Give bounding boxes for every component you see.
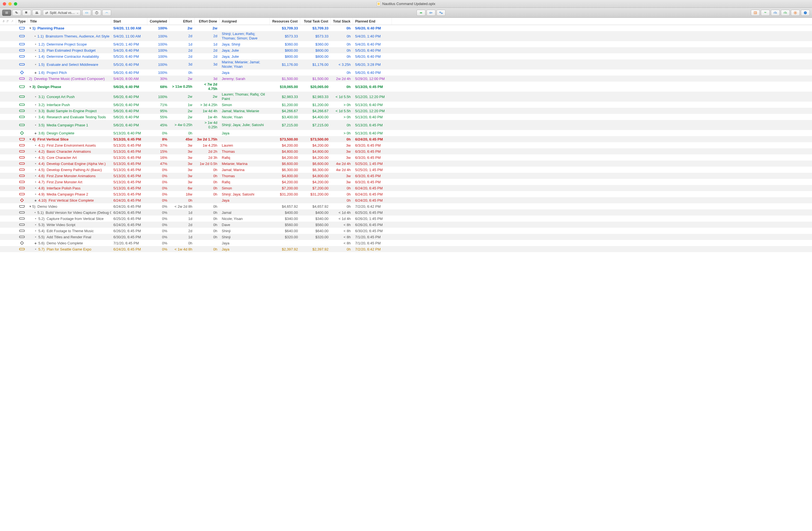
assigned-cell[interactable]: Jamal; Marina [219,168,270,172]
link-button[interactable] [102,10,111,16]
resources-cost-cell[interactable]: $3,400.00 [270,115,300,119]
resources-cost-cell[interactable]: $1,200.00 [270,103,300,107]
gutter-header[interactable] [0,18,16,25]
effort-cell[interactable]: 1d [170,235,194,239]
task-cost-cell[interactable]: $7,215.00 [300,123,331,127]
task-row[interactable]: •5.5) Add Titles and Render Final 6/30/2… [0,234,812,240]
task-row[interactable]: •5.4) Edit Footage to Theme Music 6/26/2… [0,228,812,234]
col-total-task-cost[interactable]: Total Task Cost [300,18,331,25]
task-cost-cell[interactable]: $1,176.00 [300,62,331,67]
slack-cell[interactable]: 0h [331,123,353,127]
effort-cell[interactable]: 2w [170,26,194,30]
effort-done-cell[interactable]: 2w [194,26,219,30]
effort-done-cell[interactable]: 2d [194,34,219,38]
catch-up-button[interactable] [417,10,425,16]
completed-cell[interactable]: 0% [147,241,170,245]
assigned-cell[interactable]: Jaya; Julie [219,55,270,59]
resources-cost-cell[interactable]: $573.33 [270,34,300,38]
effort-done-cell[interactable]: 3w 2d 1.75h [194,137,219,141]
view-list-button[interactable] [2,10,11,16]
effort-done-cell[interactable]: 0h [194,223,219,227]
planned-end-cell[interactable]: 5/6/20, 3:28 PM [353,62,392,67]
planned-end-cell[interactable]: 7/2/20, 6:42 PM [353,204,392,209]
task-row[interactable]: ◆4.10) First Vertical Slice Complete 6/2… [0,197,812,203]
task-row[interactable]: •4.8) Interface Polish Pass 5/13/20, 6:4… [0,185,812,191]
effort-done-cell[interactable]: 2w [194,94,219,99]
title-cell[interactable]: ◆3.6) Design Complete [28,131,111,135]
effort-done-cell[interactable]: 0h [194,168,219,172]
start-cell[interactable]: 5/6/20, 6:40 PM [111,109,147,113]
task-cost-cell[interactable]: $640.00 [300,229,331,233]
planned-end-cell[interactable]: 5/4/20, 1:40 PM [353,34,392,38]
title-cell[interactable]: •1.2) Determine Project Scope [28,42,111,46]
view-gantt-button[interactable] [12,10,21,16]
planned-end-cell[interactable]: 6/24/20, 6:45 PM [353,137,392,141]
resources-cost-cell[interactable]: $360.00 [270,42,300,46]
assigned-cell[interactable]: Jaya [219,241,270,245]
slack-cell[interactable]: 3w [331,156,353,160]
assigned-cell[interactable]: Simon [219,186,270,190]
col-assigned[interactable]: Assigned [219,18,270,25]
task-row[interactable]: •1.4) Determine Contractor Availability … [0,53,812,59]
start-cell[interactable]: 5/5/20, 6:40 PM [111,62,147,67]
planned-end-cell[interactable]: 6/24/20, 6:45 PM [353,192,392,196]
resources-cost-cell[interactable]: $6,300.00 [270,168,300,172]
title-cell[interactable]: •4.1) First Zone Environment Assets [28,143,111,147]
planned-end-cell[interactable]: 6/24/20, 6:45 PM [353,186,392,190]
view-people-button[interactable] [32,10,41,16]
effort-cell[interactable]: 3w [170,180,194,184]
task-row[interactable]: •4.2) Basic Character Animations 5/13/20… [0,148,812,154]
start-cell[interactable]: 5/13/20, 6:45 PM [111,137,147,141]
start-cell[interactable]: 5/4/20, 6:40 PM [111,48,147,53]
assigned-cell[interactable]: Jaya [219,198,270,203]
planned-end-cell[interactable]: 5/13/20, 6:40 PM [353,115,392,119]
task-cost-cell[interactable]: $4,800.00 [300,174,331,178]
effort-cell[interactable]: 3w [170,162,194,166]
col-start[interactable]: Start [111,18,147,25]
task-row[interactable]: •3.3) Build Sample In-Engine Project 5/6… [0,108,812,114]
effort-done-cell[interactable]: 1d [194,42,219,46]
title-cell[interactable]: •3.4) Research and Evaluate Testing Tool… [28,115,111,119]
effort-cell[interactable]: 6w [170,186,194,190]
planned-end-cell[interactable]: 5/6/20, 6:40 PM [353,26,392,30]
title-cell[interactable]: ▼4) First Vertical Slice [28,137,111,141]
assigned-cell[interactable]: Jaya; Shinji [219,42,270,46]
effort-cell[interactable]: 0h [170,241,194,245]
planned-end-cell[interactable]: 5/5/20, 6:40 PM [353,48,392,53]
task-cost-cell[interactable]: $360.00 [300,42,331,46]
task-cost-cell[interactable]: $20,065.00 [300,85,331,89]
assigned-cell[interactable]: Marina; Melanie; Jamal; Nicole; Yisan [219,60,270,69]
completed-cell[interactable]: 15% [147,149,170,153]
planned-end-cell[interactable]: 6/24/20, 6:45 PM [353,198,392,203]
effort-cell[interactable]: > 4w 0.25h [170,123,194,127]
title-cell[interactable]: •1.1) Brainstorm Themes, Audience, Art S… [28,34,111,38]
resources-cost-cell[interactable]: $7,200.00 [270,186,300,190]
completed-cell[interactable]: 45% [147,123,170,127]
completed-cell[interactable]: 100% [147,26,170,30]
effort-cell[interactable]: 18w [170,192,194,196]
effort-done-cell[interactable]: 0h [194,174,219,178]
title-cell[interactable]: •3.3) Build Sample In-Engine Project [28,109,111,113]
col-effort-done[interactable]: Effort Done [194,18,219,25]
slack-cell[interactable]: > 0h [331,131,353,135]
task-cost-cell[interactable]: $6,300.00 [300,168,331,172]
task-cost-cell[interactable]: $4,657.92 [300,204,331,209]
start-cell[interactable]: 6/24/20, 6:45 PM [111,223,147,227]
start-cell[interactable]: 5/13/20, 6:45 PM [111,186,147,190]
slack-cell[interactable]: 4w 2d 4h [331,162,353,166]
planned-end-cell[interactable]: 5/25/20, 1:45 PM [353,168,392,172]
task-row[interactable]: ▼1) Planning Phase 5/4/20, 11:00 AM 100%… [0,25,812,31]
title-cell[interactable]: •5.7) Plan for Seattle Game Expo [28,247,111,251]
slack-cell[interactable]: < 8h [331,241,353,245]
start-cell[interactable]: 5/6/20, 6:40 PM [111,71,147,75]
title-cell[interactable]: •5.4) Edit Footage to Theme Music [28,229,111,233]
title-cell[interactable]: •3.5) Media Campaign Phase 1 [28,123,111,127]
assigned-cell[interactable]: Simon [219,103,270,107]
task-row[interactable]: •4.9) Media Campaign Phase 2 5/13/20, 6:… [0,191,812,197]
completed-cell[interactable]: 55% [147,115,170,119]
completed-cell[interactable]: 0% [147,174,170,178]
title-cell[interactable]: •3.2) Interface Push [28,103,111,107]
assigned-cell[interactable]: Jaya; Julie [219,48,270,53]
title-cell[interactable]: ▼1) Planning Phase [28,26,111,30]
task-row[interactable]: •4.6) First Zone Monster Animations 5/13… [0,173,812,179]
